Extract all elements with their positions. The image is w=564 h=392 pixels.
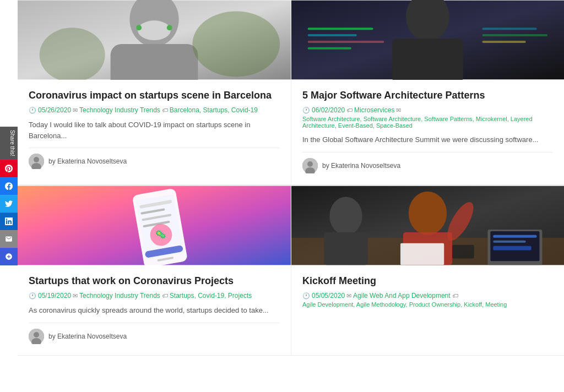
card-3-body: Startups that work on Coronavirus Projec… xyxy=(18,265,291,355)
card-3-image: 🦠 xyxy=(18,186,291,265)
card-1-date[interactable]: 05/26/2020 xyxy=(38,106,71,114)
svg-rect-19 xyxy=(482,34,548,36)
clock-icon-1: 🕐 xyxy=(29,107,36,114)
article-grid: Coronavirus impact on startups scene in … xyxy=(18,0,564,356)
card-2-author: by Ekaterina Novoseltseva xyxy=(302,158,553,173)
card-1-category[interactable]: Technology Industry Trends xyxy=(79,106,160,114)
card-4-date[interactable]: 05/05/2020 xyxy=(312,292,345,300)
svg-point-36 xyxy=(34,332,39,337)
card-3-divider xyxy=(29,323,280,323)
card-1: Coronavirus impact on startups scene in … xyxy=(18,0,291,185)
card-1-divider xyxy=(29,148,280,148)
svg-point-22 xyxy=(307,161,313,167)
svg-point-4 xyxy=(136,25,142,30)
tag-icon-2: 🏷 xyxy=(346,107,352,113)
card-2-meta: 🕐 06/02/2020 🏷 Microservices ✉ Software … xyxy=(302,106,553,129)
svg-rect-2 xyxy=(111,44,198,80)
svg-rect-41 xyxy=(324,232,367,265)
card-4-body: Kickoff Meeting 🕐 05/05/2020 ✉ Agile Web… xyxy=(291,265,564,324)
card-2-image xyxy=(291,0,564,80)
share-pinterest-button[interactable] xyxy=(0,160,18,177)
card-2-date[interactable]: 06/02/2020 xyxy=(312,106,345,114)
share-label[interactable]: Share this! xyxy=(0,127,18,160)
svg-rect-13 xyxy=(392,39,463,80)
svg-rect-16 xyxy=(308,41,384,43)
share-bookmark-button[interactable] xyxy=(0,248,18,265)
card-1-body: Coronavirus impact on startups scene in … xyxy=(18,80,291,180)
tag-icon-1: 🏷 xyxy=(162,107,168,113)
card-2-author-name: by Ekaterina Novoseltseva xyxy=(322,162,400,170)
svg-point-40 xyxy=(329,197,362,235)
card-2-excerpt: In the Global Software Architecture Summ… xyxy=(302,134,553,145)
card-2-title: 5 Major Software Architecture Patterns xyxy=(302,89,553,102)
card-1-image xyxy=(18,0,291,80)
card-3-title: Startups that work on Coronavirus Projec… xyxy=(29,274,280,287)
card-1-tags[interactable]: Barcelona, Startups, Covid-19 xyxy=(170,106,258,114)
svg-rect-48 xyxy=(493,241,525,243)
clock-icon-3: 🕐 xyxy=(29,292,36,300)
svg-rect-17 xyxy=(308,47,351,50)
share-sidebar: Share this! xyxy=(0,127,18,265)
card-2-body: 5 Major Software Architecture Patterns 🕐… xyxy=(291,80,564,184)
card-3-excerpt: As coronavirus quickly spreads around th… xyxy=(29,305,280,316)
card-4-meta: 🕐 05/05/2020 ✉ Agile Web And App Develop… xyxy=(302,292,553,308)
card-2-avatar xyxy=(302,158,318,173)
svg-rect-14 xyxy=(308,28,373,30)
card-3-author-name: by Ekaterina Novoseltseva xyxy=(48,333,127,340)
share-linkedin-button[interactable] xyxy=(0,213,18,230)
tag-icon-3: 🏷 xyxy=(162,292,168,299)
svg-point-9 xyxy=(34,157,39,162)
card-4-image xyxy=(291,186,564,265)
svg-rect-18 xyxy=(482,28,537,30)
card-4-title: Kickoff Meeting xyxy=(302,274,553,287)
svg-rect-50 xyxy=(400,243,444,265)
svg-rect-15 xyxy=(308,34,357,36)
svg-point-6 xyxy=(192,11,280,77)
card-4: Kickoff Meeting 🕐 05/05/2020 ✉ Agile Web… xyxy=(291,185,564,356)
share-facebook-button[interactable] xyxy=(0,177,18,195)
envelope-icon-2: ✉ xyxy=(396,107,401,114)
card-1-author: by Ekaterina Novoseltseva xyxy=(29,154,280,169)
card-2-divider xyxy=(302,152,553,153)
svg-point-7 xyxy=(40,28,105,80)
card-1-author-name: by Ekaterina Novoseltseva xyxy=(48,157,127,165)
share-email-button[interactable] xyxy=(0,230,18,248)
svg-point-3 xyxy=(138,20,171,40)
card-3: 🦠 Startups that work on Coronavirus Proj… xyxy=(18,185,291,356)
svg-rect-47 xyxy=(493,235,536,238)
card-4-category[interactable]: Agile Web And App Development xyxy=(353,292,451,300)
card-2-category[interactable]: Microservices xyxy=(354,106,394,114)
card-3-date[interactable]: 05/19/2020 xyxy=(38,292,71,300)
card-2: 5 Major Software Architecture Patterns 🕐… xyxy=(291,0,564,185)
svg-point-42 xyxy=(409,191,447,235)
clock-icon-4: 🕐 xyxy=(302,292,310,300)
envelope-icon-1: ✉ xyxy=(73,107,78,114)
card-3-avatar xyxy=(29,329,44,344)
envelope-icon-4: ✉ xyxy=(346,292,351,300)
card-1-meta: 🕐 05/26/2020 ✉ Technology Industry Trend… xyxy=(29,106,280,114)
card-2-tags[interactable]: Software Architecture, Software Architec… xyxy=(302,116,553,129)
card-1-avatar xyxy=(29,154,44,169)
svg-rect-20 xyxy=(482,41,526,43)
clock-icon-2: 🕐 xyxy=(302,107,310,114)
envelope-icon-3: ✉ xyxy=(73,292,78,300)
card-3-tags[interactable]: Startups, Covid-19, Projects xyxy=(170,292,252,300)
share-twitter-button[interactable] xyxy=(0,195,18,213)
tag-icon-4: 🏷 xyxy=(452,292,458,299)
card-1-excerpt: Today I would like to talk about COVID-1… xyxy=(29,119,280,141)
svg-rect-49 xyxy=(493,246,531,250)
svg-point-5 xyxy=(167,25,172,30)
card-1-title: Coronavirus impact on startups scene in … xyxy=(29,89,280,102)
card-3-author: by Ekaterina Novoseltseva xyxy=(29,329,280,344)
svg-rect-51 xyxy=(452,244,474,258)
card-3-category[interactable]: Technology Industry Trends xyxy=(79,292,160,300)
card-3-meta: 🕐 05/19/2020 ✉ Technology Industry Trend… xyxy=(29,292,280,300)
card-4-tags[interactable]: Agile Development, Agile Methodology, Pr… xyxy=(302,301,507,308)
